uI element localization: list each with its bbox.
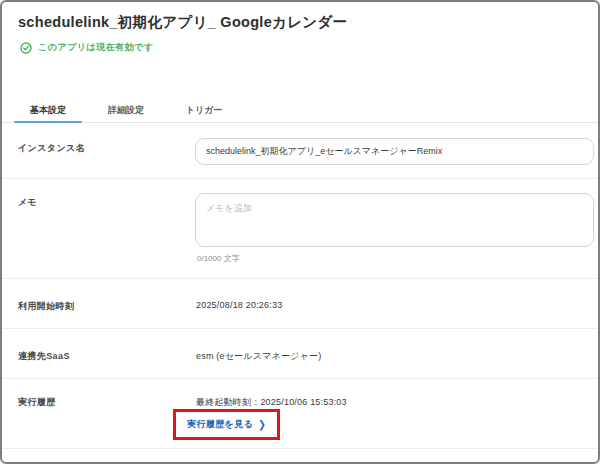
app-settings-window: schedulelink_初期化アプリ_ Googleカレンダー このアプリは現… xyxy=(0,0,600,464)
tab-bar: 基本設定 詳細設定 トリガー xyxy=(2,99,598,123)
memo-row: メモ 0/1000 文字 xyxy=(2,179,598,279)
memo-char-counter: 0/1000 文字 xyxy=(197,253,240,264)
saas-row: 連携先SaaS esm (eセールスマネージャー) xyxy=(2,329,598,379)
instance-name-row: インスタンス名 xyxy=(2,123,598,179)
history-label: 実行履歴 xyxy=(18,396,56,409)
start-time-row: 利用開始時刻 2025/08/18 20:26:33 xyxy=(2,279,598,329)
memo-label: メモ xyxy=(18,196,37,209)
status-badge: このアプリは現在有効です xyxy=(20,41,154,54)
chevron-right-icon: ❯ xyxy=(258,419,266,431)
saas-value: esm (eセールスマネージャー) xyxy=(196,350,321,363)
annotation-red-box: 実行履歴を見る ❯ xyxy=(173,409,280,440)
tab-basic-settings[interactable]: 基本設定 xyxy=(14,99,82,122)
start-time-value: 2025/08/18 20:26:33 xyxy=(196,300,282,310)
instance-name-input[interactable] xyxy=(195,138,594,165)
tab-advanced-settings[interactable]: 詳細設定 xyxy=(92,99,160,122)
saas-label: 連携先SaaS xyxy=(18,350,70,363)
history-last-run: 最終起動時刻：2025/10/06 15:53:03 xyxy=(196,396,347,409)
instance-name-label: インスタンス名 xyxy=(18,142,85,155)
page-title: schedulelink_初期化アプリ_ Googleカレンダー xyxy=(18,13,347,32)
start-time-label: 利用開始時刻 xyxy=(18,300,74,313)
history-row: 実行履歴 最終起動時刻：2025/10/06 15:53:03 実行履歴を見る … xyxy=(2,379,598,449)
view-history-link[interactable]: 実行履歴を見る ❯ xyxy=(187,418,266,431)
check-circle-icon xyxy=(20,42,32,54)
view-history-link-label: 実行履歴を見る xyxy=(187,418,253,431)
status-text: このアプリは現在有効です xyxy=(38,41,154,54)
tab-trigger[interactable]: トリガー xyxy=(170,99,238,122)
memo-textarea[interactable] xyxy=(195,193,594,247)
